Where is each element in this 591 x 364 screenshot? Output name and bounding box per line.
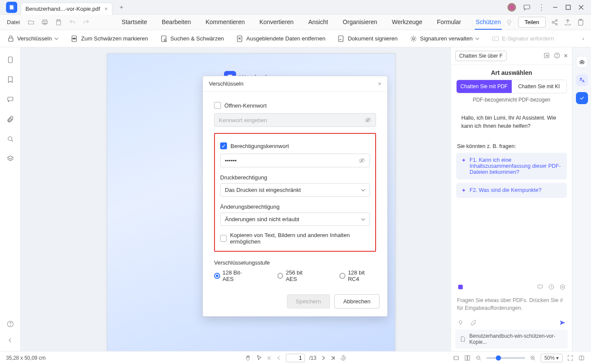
translate-icon[interactable]	[576, 74, 588, 86]
tab-schuetzen[interactable]: Schützen	[475, 15, 501, 30]
tab-chat-ki[interactable]: Chatten Sie mit KI	[512, 80, 567, 93]
ai-input[interactable]: Fragen Sie etwas über PDFs. Drücken Sie …	[457, 296, 566, 313]
undo-icon[interactable]	[67, 17, 78, 28]
zoom-level-select[interactable]: 50% ▾	[541, 354, 563, 362]
request-esig-button[interactable]: E-Signatur anfordern	[491, 35, 554, 43]
print-icon[interactable]	[40, 17, 50, 28]
attach-icon[interactable]	[470, 319, 477, 326]
expand-panel-icon[interactable]	[543, 52, 550, 59]
open-password-input[interactable]: Kennwort eingeben	[214, 113, 376, 127]
tab-formular[interactable]: Formular	[436, 15, 462, 30]
enc-radio-256aes[interactable]: 256 bit AES	[277, 269, 314, 282]
tab-werkzeuge[interactable]: Werkzeuge	[391, 15, 423, 30]
tab-ansicht[interactable]: Ansicht	[308, 15, 329, 30]
attachments-icon[interactable]	[6, 115, 14, 123]
ai-suggestion-1[interactable]: ✦F1. Kann ich eine Inhaltszusammenfassun…	[456, 153, 567, 179]
tab-konvertieren[interactable]: Konvertieren	[258, 15, 294, 30]
toolbar-more-icon[interactable]: ›	[582, 35, 584, 42]
lightbulb-icon[interactable]	[505, 19, 513, 26]
share-cloud-icon[interactable]	[551, 19, 559, 26]
dialog-close-icon[interactable]: ×	[378, 80, 381, 87]
app-tile-icon[interactable]	[457, 284, 464, 290]
close-panel-icon[interactable]: ×	[564, 52, 568, 60]
file-menu[interactable]: Datei	[7, 19, 20, 25]
close-icon[interactable]: ×	[104, 6, 108, 12]
kebab-menu-icon[interactable]: ⋮	[538, 3, 545, 12]
tab-bearbeiten[interactable]: Bearbeiten	[161, 15, 192, 30]
tab-organisieren[interactable]: Organisieren	[342, 15, 378, 30]
change-perm-select[interactable]: Änderungen sind nicht erlaubt	[220, 213, 370, 226]
share-button[interactable]: Teilen	[518, 17, 546, 28]
zoom-slider[interactable]	[486, 357, 525, 359]
perm-password-input[interactable]: ••••••	[220, 154, 370, 167]
user-avatar[interactable]	[507, 3, 516, 12]
upload-icon[interactable]	[564, 19, 572, 26]
save-icon[interactable]	[53, 17, 64, 28]
comments-icon[interactable]	[6, 96, 14, 103]
document-tab[interactable]: Benutzerhand...-vor-Kopie.pdf ×	[21, 3, 112, 15]
allow-copy-checkbox[interactable]	[220, 235, 227, 242]
ai-suggestion-2[interactable]: ✦F2. Was sind die Kernpunkte?	[456, 183, 567, 198]
search-icon[interactable]	[6, 135, 14, 143]
manage-sigs-label: Signaturen verwalten	[420, 35, 473, 42]
mark-redact-button[interactable]: Zum Schwärzen markieren	[71, 35, 148, 43]
clipboard-icon[interactable]	[577, 19, 585, 26]
fullscreen-icon[interactable]	[567, 355, 574, 361]
check-shield-icon[interactable]	[576, 92, 588, 104]
idea-icon[interactable]	[457, 319, 464, 326]
read-mode-icon[interactable]	[578, 355, 585, 361]
chat-mode-dropdown[interactable]: Chatten Sie über F	[455, 51, 507, 61]
first-page-icon[interactable]	[267, 355, 272, 361]
search-redact-button[interactable]: Suchen & Schwärzen	[160, 35, 224, 43]
clock-icon[interactable]	[548, 284, 555, 290]
close-window-icon[interactable]	[578, 4, 584, 10]
new-tab-icon[interactable]: ＋	[118, 3, 124, 11]
svg-point-42	[582, 62, 583, 63]
print-perm-select[interactable]: Das Drucken ist eingeschränkt	[220, 183, 370, 197]
last-page-icon[interactable]	[330, 355, 335, 361]
message-icon[interactable]	[523, 3, 531, 11]
encrypt-button[interactable]: Verschlüsseln	[7, 35, 59, 43]
enc-radio-128aes[interactable]: 128 Bit-AES	[214, 269, 252, 282]
ai-attached-file[interactable]: Benutzerhandbuch-win-schützen-vor-Kopie.…	[455, 330, 568, 349]
view-mode-icon[interactable]	[464, 355, 471, 361]
next-page-icon[interactable]	[320, 355, 326, 361]
perm-password-checkbox[interactable]: ✓	[220, 142, 227, 149]
hand-tool-icon[interactable]	[245, 355, 252, 361]
fit-width-icon[interactable]	[453, 355, 460, 361]
zoom-out-icon[interactable]	[475, 355, 482, 361]
help-icon[interactable]	[6, 320, 14, 328]
select-tool-icon[interactable]	[256, 355, 263, 361]
chat-history-icon[interactable]	[537, 284, 544, 290]
open-icon[interactable]	[26, 17, 36, 28]
eye-icon[interactable]	[364, 117, 371, 123]
help-circle-icon[interactable]	[554, 52, 560, 59]
cancel-button[interactable]: Abbrechen	[334, 294, 379, 308]
thumbnails-icon[interactable]	[6, 56, 14, 64]
layers-icon[interactable]	[6, 155, 14, 163]
encrypt-label: Verschlüsseln	[17, 35, 52, 42]
remove-hidden-button[interactable]: Ausgeblendete Daten entfernen	[236, 35, 326, 43]
collapse-rail-icon[interactable]	[6, 336, 14, 344]
page-number-input[interactable]	[286, 354, 305, 362]
open-password-checkbox[interactable]	[214, 102, 221, 109]
rotate-icon[interactable]	[339, 355, 346, 361]
sign-doc-label: Dokument signieren	[348, 35, 398, 42]
settings-icon[interactable]	[559, 284, 566, 290]
bookmarks-icon[interactable]	[6, 76, 14, 83]
tab-chat-pdf[interactable]: Chatten Sie mit PDF	[457, 80, 512, 93]
minimize-window-icon[interactable]	[552, 4, 558, 10]
enc-radio-128rc4[interactable]: 128 bit RC4	[339, 269, 376, 282]
zoom-in-icon[interactable]	[529, 355, 536, 361]
manage-sigs-button[interactable]: Signaturen verwalten	[410, 35, 479, 43]
prev-page-icon[interactable]	[277, 355, 282, 361]
eye-icon[interactable]	[358, 157, 365, 164]
save-button[interactable]: Speichern	[287, 294, 330, 308]
ai-bot-icon[interactable]	[576, 56, 588, 68]
send-icon[interactable]	[559, 319, 566, 326]
sign-doc-button[interactable]: Dokument signieren	[337, 35, 398, 43]
redo-icon[interactable]	[81, 17, 91, 28]
maximize-window-icon[interactable]	[565, 4, 571, 10]
tab-startseite[interactable]: Startseite	[121, 15, 148, 30]
tab-kommentieren[interactable]: Kommentieren	[205, 15, 246, 30]
